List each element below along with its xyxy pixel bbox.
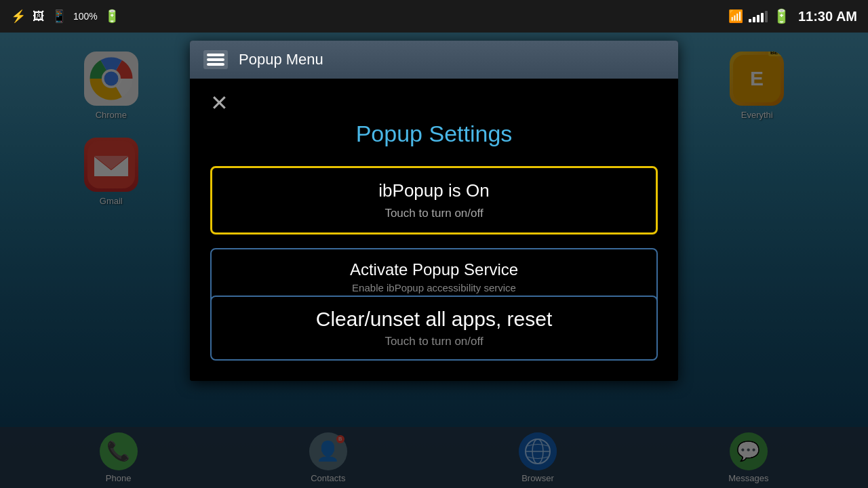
image-icon: 🖼 [33, 9, 45, 24]
dialog-titlebar: Popup Menu [190, 41, 678, 79]
activate-main-text: Activate Popup Service [225, 260, 643, 279]
battery-full-icon: 🔋 [773, 8, 790, 24]
battery-icon: 🔋 [104, 9, 119, 24]
clear-sub-text: Touch to turn on/off [384, 335, 483, 348]
popup-settings-title: Popup Settings [210, 121, 658, 147]
usb-icon: ⚡ [11, 9, 26, 24]
signal-bars-icon [749, 10, 768, 22]
tablet-icon: 📱 [52, 9, 66, 24]
dialog-content: ✕ Popup Settings ibPopup is On Touch to … [190, 79, 678, 381]
clear-reset-button[interactable]: Clear/unset all apps, reset Touch to tur… [210, 296, 658, 361]
dialog-title: Popup Menu [239, 51, 323, 68]
close-x-icon: ✕ [210, 91, 229, 115]
status-left-icons: ⚡ 🖼 📱 100% 🔋 [11, 9, 119, 24]
close-button[interactable]: ✕ [210, 92, 658, 114]
battery-percentage: 100% [73, 11, 98, 22]
status-bar: ⚡ 🖼 📱 100% 🔋 📶 🔋 11:30 AM [0, 0, 868, 33]
status-right-icons: 📶 🔋 11:30 AM [728, 8, 857, 24]
ibpopup-toggle-button[interactable]: ibPopup is On Touch to turn on/off [210, 166, 658, 235]
wifi-icon: 📶 [728, 9, 743, 24]
activate-sub-text: Enable ibPopup accessibility service [352, 282, 516, 293]
toggle-sub-text: Touch to turn on/off [384, 207, 483, 220]
toggle-main-text: ibPopup is On [226, 180, 642, 201]
menu-icon [203, 50, 228, 69]
status-time: 11:30 AM [798, 9, 857, 24]
clear-main-text: Clear/unset all apps, reset [225, 308, 643, 331]
popup-dialog: Popup Menu ✕ Popup Settings ibPopup is O… [190, 41, 678, 381]
